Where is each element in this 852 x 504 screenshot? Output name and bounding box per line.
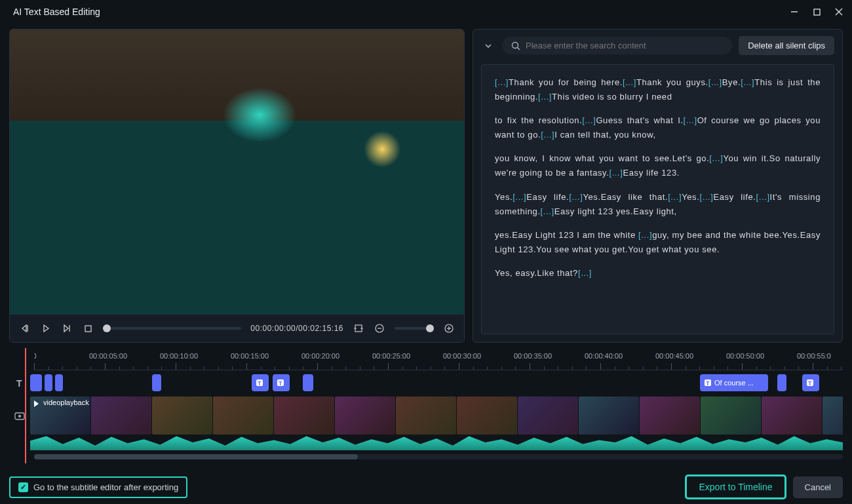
transcript-text[interactable]: you know, I know what you want to see.Le…: [495, 153, 709, 163]
text-clip[interactable]: [30, 374, 42, 391]
export-button[interactable]: Export to Timeline: [685, 475, 786, 499]
transcript-paragraph[interactable]: [...]Thank you for being here.[...]Thank…: [495, 75, 821, 104]
svg-text:T: T: [258, 380, 261, 387]
silence-marker[interactable]: [...]: [741, 77, 754, 87]
audio-waveform[interactable]: [30, 435, 843, 450]
text-clip[interactable]: [152, 374, 161, 391]
transcript-text[interactable]: yes.Easy Light 123 I am the white: [495, 230, 638, 240]
video-thumbnail[interactable]: [701, 397, 761, 435]
silence-marker[interactable]: [...]: [582, 115, 596, 125]
cancel-button[interactable]: Cancel: [793, 476, 843, 498]
transcript-text[interactable]: Yes.: [495, 192, 513, 202]
zoom-in-icon[interactable]: [443, 322, 455, 334]
silence-marker[interactable]: [...]: [708, 77, 722, 87]
silence-marker[interactable]: [...]: [538, 92, 552, 102]
scrub-handle[interactable]: [103, 324, 111, 332]
transcript-text[interactable]: Yes, easy.Like that?: [495, 268, 578, 278]
transcript-paragraph[interactable]: yes.Easy Light 123 I am the white [...]g…: [495, 228, 821, 257]
subtitle-editor-checkbox[interactable]: ✓ Go to the subtitle editor after export…: [9, 476, 187, 498]
silence-marker[interactable]: [...]: [684, 115, 697, 125]
video-thumbnail[interactable]: videoplayback: [30, 397, 90, 435]
video-preview[interactable]: [10, 29, 464, 315]
crop-icon[interactable]: [353, 322, 364, 334]
silence-marker[interactable]: [...]: [638, 230, 652, 240]
video-thumbnail[interactable]: [91, 397, 151, 435]
transcript-text[interactable]: to fix the resolution.: [495, 115, 582, 125]
silence-marker[interactable]: [...]: [541, 130, 554, 140]
scrub-bar[interactable]: [103, 327, 241, 330]
silence-marker[interactable]: [...]: [668, 192, 682, 202]
step-back-icon[interactable]: [19, 322, 31, 334]
text-clip[interactable]: [303, 374, 313, 391]
text-clip[interactable]: T: [802, 374, 819, 391]
video-thumbnail[interactable]: [335, 397, 395, 435]
video-pane: 00:00:00:00/00:02:15:16: [9, 29, 465, 343]
scrollbar-thumb[interactable]: [34, 454, 358, 459]
transcript-text[interactable]: This video is so blurry I need: [552, 92, 672, 102]
transcript-paragraph[interactable]: to fix the resolution.[...]Guess that's …: [495, 113, 821, 142]
transcript-text[interactable]: Thank you guys.: [636, 77, 708, 87]
video-thumbnail[interactable]: [396, 397, 456, 435]
silence-marker[interactable]: [...]: [569, 192, 583, 202]
silence-marker[interactable]: [...]: [578, 268, 592, 278]
close-icon[interactable]: [834, 7, 844, 17]
ruler-tick: 00:00:55:0: [813, 349, 843, 370]
delete-silent-button[interactable]: Delete all silent clips: [739, 36, 834, 55]
transcript-paragraph[interactable]: Yes.[...]Easy life.[...]Yes.Easy like th…: [495, 190, 821, 219]
minimize-icon[interactable]: [789, 7, 800, 17]
text-track[interactable]: TTTOf course ...T: [30, 373, 843, 394]
zoom-slider[interactable]: [395, 327, 434, 330]
silence-marker[interactable]: [...]: [513, 192, 526, 202]
timeline-scrollbar[interactable]: [34, 454, 843, 459]
stop-icon[interactable]: [82, 322, 94, 334]
transcript-text[interactable]: Thank you for being here.: [509, 77, 623, 87]
playhead[interactable]: [25, 348, 26, 463]
transcript-text[interactable]: I can tell that, you know,: [554, 130, 655, 140]
transcript-text[interactable]: Easy life.: [526, 192, 569, 202]
video-thumbnail[interactable]: [518, 397, 578, 435]
transcript-paragraph[interactable]: Yes, easy.Like that?[...]: [495, 266, 821, 281]
silence-marker[interactable]: [...]: [541, 206, 554, 216]
video-thumbnail[interactable]: [457, 397, 517, 435]
silence-marker[interactable]: [...]: [623, 77, 636, 87]
search-input[interactable]: [526, 41, 723, 50]
video-thumbnail[interactable]: [640, 397, 700, 435]
transcript-text[interactable]: Easy life.: [714, 192, 756, 202]
transcript[interactable]: [...]Thank you for being here.[...]Thank…: [481, 64, 834, 334]
video-thumbnail[interactable]: [823, 397, 843, 435]
zoom-handle[interactable]: [426, 324, 434, 332]
text-clip[interactable]: [45, 374, 52, 391]
time-ruler[interactable]: 00:0000:00:05:0000:00:10:0000:00:15:0000…: [34, 349, 843, 370]
search-box[interactable]: [502, 37, 732, 54]
transcript-text[interactable]: Bye.: [722, 77, 741, 87]
transcript-paragraph[interactable]: you know, I know what you want to see.Le…: [495, 151, 821, 180]
chevron-down-icon[interactable]: [481, 41, 495, 50]
maximize-icon[interactable]: [811, 7, 822, 17]
transcript-text[interactable]: Easy life 123.: [623, 168, 679, 178]
transcript-text[interactable]: Yes.: [682, 192, 699, 202]
silence-marker[interactable]: [...]: [756, 192, 770, 202]
text-clip[interactable]: TOf course ...: [700, 374, 768, 391]
text-clip[interactable]: [55, 374, 63, 391]
video-thumbnail[interactable]: [152, 397, 212, 435]
zoom-out-icon[interactable]: [374, 322, 385, 334]
video-thumbnail[interactable]: [274, 397, 334, 435]
transcript-text[interactable]: Yes.Easy like that.: [583, 192, 668, 202]
transcript-text[interactable]: Guess that's what I.: [596, 115, 683, 125]
text-clip[interactable]: [777, 374, 786, 391]
text-clip[interactable]: T: [273, 374, 290, 391]
video-track[interactable]: videoplayback: [30, 397, 843, 452]
step-forward-icon[interactable]: [61, 322, 73, 334]
text-clip[interactable]: T: [252, 374, 269, 391]
silence-marker[interactable]: [...]: [609, 168, 623, 178]
play-icon[interactable]: [40, 322, 52, 334]
video-thumbnail[interactable]: [579, 397, 639, 435]
video-thumbnail[interactable]: [213, 397, 273, 435]
silence-marker[interactable]: [...]: [495, 77, 509, 87]
window-controls: [789, 7, 844, 17]
transcript-text[interactable]: Easy light 123 yes.Easy light,: [554, 206, 677, 216]
silence-marker[interactable]: [...]: [699, 192, 713, 202]
silence-marker[interactable]: [...]: [709, 153, 723, 163]
video-thumbnail[interactable]: [762, 397, 822, 435]
clip-strip[interactable]: videoplayback: [30, 397, 843, 435]
